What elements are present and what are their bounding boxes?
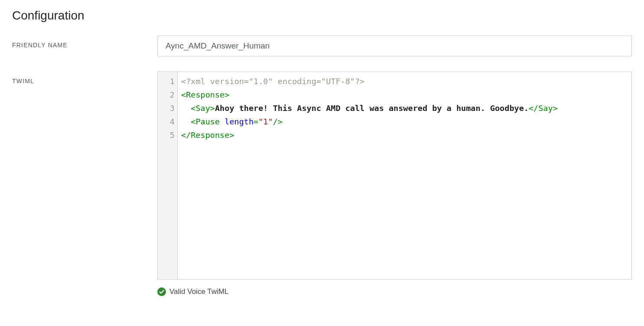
line-number: 3 [158,101,177,115]
twiml-label: TWIML [12,72,157,85]
friendly-name-input[interactable] [157,36,632,56]
code-line: <Response> [181,88,628,101]
line-number: 1 [158,75,177,88]
friendly-name-content [157,36,632,56]
code-area[interactable]: <?xml version="1.0" encoding="UTF-8"?><R… [178,72,631,279]
friendly-name-label: FRIENDLY NAME [12,36,157,49]
friendly-name-row: FRIENDLY NAME [12,36,632,56]
page-title: Configuration [12,9,632,23]
code-line: <?xml version="1.0" encoding="UTF-8"?> [181,75,628,88]
line-number: 2 [158,88,177,101]
twiml-row: TWIML 12345 <?xml version="1.0" encoding… [12,72,632,296]
code-line: <Say>Ahoy there! This Async AMD call was… [181,101,628,115]
twiml-validation-status: Valid Voice TwiML [157,287,632,296]
validation-text: Valid Voice TwiML [169,287,228,296]
check-circle-icon [157,287,166,296]
code-gutter: 12345 [158,72,178,279]
line-number: 4 [158,115,177,128]
code-line: </Response> [181,128,628,142]
twiml-content: 12345 <?xml version="1.0" encoding="UTF-… [157,72,632,296]
line-number: 5 [158,128,177,142]
code-line: <Pause length="1"/> [181,115,628,128]
twiml-code-editor[interactable]: 12345 <?xml version="1.0" encoding="UTF-… [157,72,632,280]
